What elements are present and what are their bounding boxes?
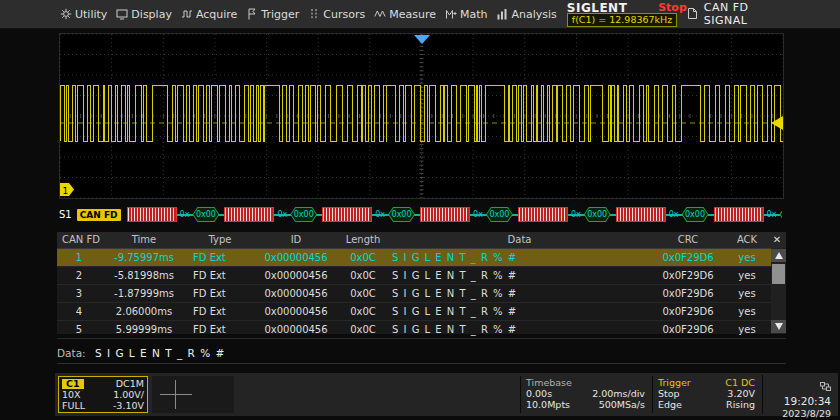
cell-n: 4 [57, 303, 101, 320]
cell-len: 0x0C [339, 303, 387, 320]
menu-item-math[interactable]: Math [445, 8, 488, 21]
menu-items: UtilityDisplayAcquireTriggerCursorsMeasu… [60, 8, 557, 21]
oscilloscope-screen: UtilityDisplayAcquireTriggerCursorsMeasu… [0, 0, 840, 420]
trigger-source: C1 DC [725, 377, 755, 388]
decode-id-hexagon: 0x00 [192, 207, 219, 222]
menu-item-acquire[interactable]: Acquire [181, 8, 237, 21]
channel-c1-descriptor[interactable]: C1 DC1M 10X 1.00V/ FULL -3.10V [58, 376, 148, 413]
menu-bar: UtilityDisplayAcquireTriggerCursorsMeasu… [0, 0, 840, 29]
decode-id-hexagon: 0x00 [682, 207, 709, 222]
column-header-len: Length [339, 232, 387, 248]
crosshair-icon [160, 394, 192, 395]
table-row-5[interactable]: 55.99999msFD Ext0x000004560x0CS I G L E … [57, 321, 786, 339]
menu-item-label: Measure [389, 8, 436, 21]
column-header-n: CAN FD [57, 232, 101, 248]
cell-type: FD Ext [187, 267, 253, 284]
column-header-ack: ACK [724, 232, 770, 248]
cell-id: 0x00000456 [253, 303, 339, 320]
menu-item-analysis[interactable]: Analysis [496, 8, 556, 21]
cell-id: 0x00000456 [253, 249, 339, 266]
decode-table-header: CAN FDTimeTypeIDLengthDataCRCACK [57, 232, 786, 249]
decode-byte-tag: 0x [277, 210, 287, 219]
data-line-label: Data: [57, 347, 86, 359]
timebase-descriptor[interactable]: Timebase 0.00s 2.00ms/div 10.0Mpts 500MS… [520, 376, 650, 413]
cell-ack: yes [724, 267, 770, 284]
decode-frame: 0x0x00 [518, 207, 611, 222]
svg-text:1: 1 [63, 186, 69, 196]
trigger-mode: Stop [658, 388, 726, 399]
decode-byte-tag: 0x [571, 210, 581, 219]
channel1-level-marker[interactable]: 1 [60, 183, 74, 196]
cell-len: 0x0C [339, 321, 387, 338]
cell-crc: 0x0F29D6 [652, 321, 724, 338]
cell-ack: yes [724, 285, 770, 302]
cell-data: S I G L E N T _ R % # [387, 303, 652, 320]
cell-ack: yes [724, 303, 770, 320]
cell-len: 0x0C [339, 249, 387, 266]
cell-crc: 0x0F29D6 [652, 303, 724, 320]
column-header-crc: CRC [652, 232, 724, 248]
table-scrollbar[interactable] [771, 248, 786, 334]
signal-title: CAN FD SIGNAL [687, 1, 794, 27]
trigger-position-marker[interactable] [414, 35, 430, 44]
decode-frame: 0x0x00 [322, 207, 415, 222]
decode-table-body: 1-9.75997msFD Ext0x000004560x0CS I G L E… [57, 249, 786, 339]
menu-item-measure[interactable]: Measure [374, 8, 436, 21]
menu-item-trigger[interactable]: Trigger [246, 8, 299, 21]
cell-ack: yes [724, 249, 770, 266]
utility-icon [60, 8, 72, 20]
menu-item-label: Analysis [511, 8, 556, 21]
protocol-chip[interactable]: CAN FD [77, 209, 121, 221]
decode-byte-tag: 0x [669, 210, 679, 219]
channel-attenuation: 10X [62, 389, 85, 400]
column-header-time: Time [101, 232, 187, 248]
decode-byte-tag: 0x [180, 210, 190, 219]
data-line-value: S I G L E N T _ R % # [95, 347, 225, 359]
scroll-up-button[interactable] [771, 249, 786, 262]
cell-id: 0x00000456 [253, 285, 339, 302]
cell-type: FD Ext [187, 249, 253, 266]
menu-item-label: Utility [75, 8, 107, 21]
cell-type: FD Ext [187, 321, 253, 338]
trigger-type: Edge [658, 399, 726, 410]
cell-time: 2.06000ms [101, 303, 187, 320]
close-table-button[interactable]: ✕ [770, 233, 784, 247]
measure-icon [374, 8, 386, 20]
cell-len: 0x0C [339, 267, 387, 284]
file-icon [687, 5, 698, 24]
menu-item-cursors[interactable]: Cursors [308, 8, 365, 21]
display-icon [116, 8, 128, 20]
cell-type: FD Ext [187, 303, 253, 320]
clock-time: 19:20:34 [784, 395, 831, 408]
decode-data-bytes [518, 207, 568, 222]
timebase-scale: 2.00ms/div [592, 388, 645, 399]
channel-scale: 1.00V/ [85, 389, 144, 400]
trigger-descriptor[interactable]: Trigger C1 DC Stop 3.20V Edge Rising [652, 376, 760, 413]
table-row-4[interactable]: 42.06000msFD Ext0x000004560x0CS I G L E … [57, 303, 786, 321]
trigger-level-marker[interactable] [771, 116, 783, 130]
menu-item-display[interactable]: Display [116, 8, 172, 21]
cell-crc: 0x0F29D6 [652, 249, 724, 266]
trigger-icon [246, 8, 258, 20]
scroll-thumb[interactable] [772, 264, 785, 284]
waveform-display[interactable]: 1 [59, 33, 784, 199]
cell-crc: 0x0F29D6 [652, 285, 724, 302]
acquire-icon [181, 8, 193, 20]
decode-byte-tag: 0x [375, 210, 385, 219]
table-row-1[interactable]: 1-9.75997msFD Ext0x000004560x0CS I G L E… [57, 249, 786, 267]
clock-date: 2023/8/29 [782, 408, 831, 420]
table-row-3[interactable]: 3-1.87999msFD Ext0x000004560x0CS I G L E… [57, 285, 786, 303]
decode-data-bytes [322, 207, 372, 222]
cell-data: S I G L E N T _ R % # [387, 321, 652, 338]
cell-n: 1 [57, 249, 101, 266]
table-row-2[interactable]: 2-5.81998msFD Ext0x000004560x0CS I G L E… [57, 267, 786, 285]
column-header-data: Data [387, 232, 652, 248]
signal-label: CAN FD SIGNAL [704, 1, 794, 27]
menu-item-utility[interactable]: Utility [60, 8, 107, 21]
cell-data: S I G L E N T _ R % # [387, 285, 652, 302]
trigger-slope: Rising [726, 399, 755, 410]
cell-time: 5.99999ms [101, 321, 187, 338]
decode-table: CAN FDTimeTypeIDLengthDataCRCACK ✕ 1-9.7… [57, 232, 786, 334]
scroll-down-button[interactable] [771, 320, 786, 333]
column-header-id: ID [253, 232, 339, 248]
